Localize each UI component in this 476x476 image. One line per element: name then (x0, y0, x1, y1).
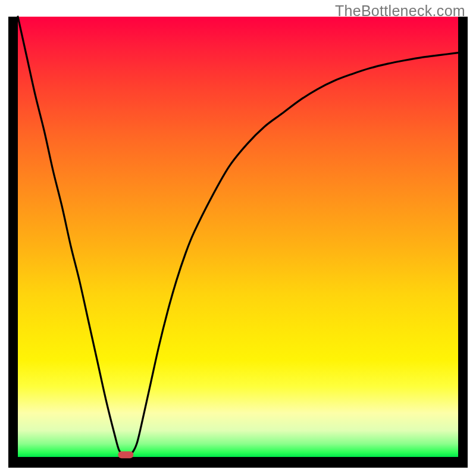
watermark-text: TheBottleneck.com (335, 2, 465, 20)
plot-area (18, 17, 458, 457)
curve-svg (18, 17, 458, 457)
optimal-marker (118, 451, 133, 458)
chart-stage: TheBottleneck.com (0, 0, 476, 476)
bottleneck-curve-path (18, 17, 458, 455)
